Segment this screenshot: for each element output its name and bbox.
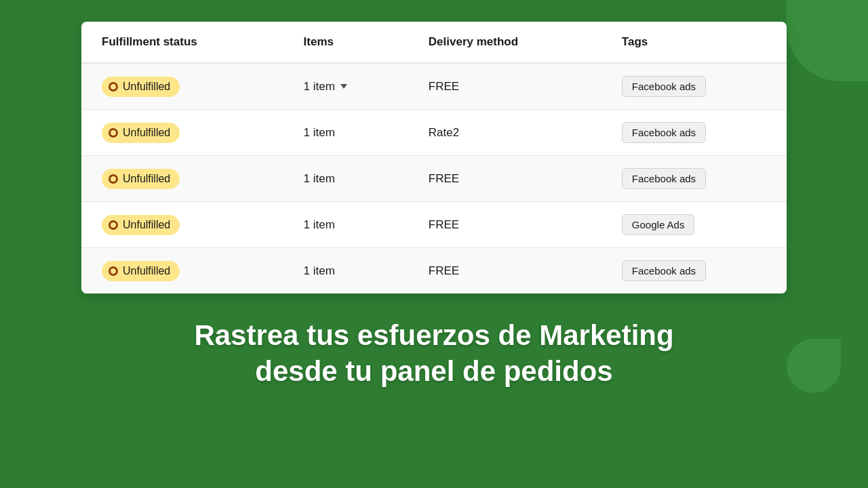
fulfillment-status-cell: Unfulfilled: [81, 202, 283, 248]
table-row: Unfulfilled 1 itemRate2Facebook ads: [81, 110, 787, 156]
items-with-dropdown: 1 item: [304, 80, 388, 94]
col-header-delivery-method: Delivery method: [408, 22, 601, 63]
delivery-method-value: FREE: [429, 218, 459, 231]
tag-badge[interactable]: Facebook ads: [622, 122, 706, 143]
tag-badge[interactable]: Google Ads: [622, 214, 695, 235]
fulfillment-status-cell: Unfulfilled: [81, 63, 283, 110]
delivery-method-cell: Rate2: [408, 110, 601, 156]
delivery-method-cell: FREE: [408, 202, 601, 248]
fulfillment-status-cell: Unfulfilled: [81, 110, 283, 156]
fulfillment-status-cell: Unfulfilled: [81, 248, 283, 294]
tags-cell: Facebook ads: [601, 63, 787, 110]
status-dot-icon: [108, 220, 118, 230]
delivery-method-value: FREE: [429, 80, 459, 93]
highlight-marketing: Marketing: [539, 319, 673, 351]
tags-cell: Facebook ads: [601, 110, 787, 156]
status-label: Unfulfilled: [123, 219, 170, 231]
status-dot-icon: [108, 128, 118, 138]
table-row: Unfulfilled 1 item FREEFacebook ads: [81, 63, 787, 110]
orders-table: Fulfillment status Items Delivery method…: [81, 22, 787, 293]
items-cell: 1 item: [283, 202, 408, 248]
items-count: 1 item: [304, 126, 335, 139]
table-header-row: Fulfillment status Items Delivery method…: [81, 22, 787, 63]
status-label: Unfulfilled: [123, 81, 170, 93]
items-count: 1 item: [304, 264, 335, 277]
delivery-method-value: FREE: [429, 264, 459, 277]
status-badge: Unfulfilled: [102, 123, 180, 143]
items-count: 1 item: [304, 172, 335, 185]
status-badge: Unfulfilled: [102, 215, 180, 235]
items-cell: 1 item: [283, 110, 408, 156]
status-badge: Unfulfilled: [102, 77, 180, 97]
status-label: Unfulfilled: [123, 127, 170, 139]
items-cell: 1 item: [283, 248, 408, 294]
col-header-items: Items: [283, 22, 408, 63]
delivery-method-cell: FREE: [408, 156, 601, 202]
dropdown-arrow-icon[interactable]: [340, 84, 347, 89]
bottom-line2: desde tu panel de pedidos: [194, 354, 673, 390]
status-label: Unfulfilled: [123, 173, 170, 185]
bottom-line1: Rastrea tus esfuerzos de Marketing: [194, 318, 673, 354]
bottom-text-block: Rastrea tus esfuerzos de Marketing desde…: [194, 318, 673, 389]
delivery-method-cell: FREE: [408, 248, 601, 294]
delivery-method-cell: FREE: [408, 63, 601, 110]
tags-cell: Facebook ads: [601, 248, 787, 294]
table-row: Unfulfilled 1 itemFREEGoogle Ads: [81, 202, 787, 248]
status-badge: Unfulfilled: [102, 261, 180, 281]
status-label: Unfulfilled: [123, 265, 170, 277]
orders-table-container: Fulfillment status Items Delivery method…: [81, 22, 787, 293]
status-dot-icon: [108, 266, 118, 276]
items-cell: 1 item: [283, 156, 408, 202]
col-header-fulfillment-status: Fulfillment status: [81, 22, 283, 63]
delivery-method-value: Rate2: [429, 126, 459, 139]
items-count: 1 item: [304, 218, 335, 231]
fulfillment-status-cell: Unfulfilled: [81, 156, 283, 202]
items-cell: 1 item: [283, 63, 408, 110]
tag-badge[interactable]: Facebook ads: [622, 168, 706, 189]
tags-cell: Google Ads: [601, 202, 787, 248]
table-row: Unfulfilled 1 itemFREEFacebook ads: [81, 156, 787, 202]
tags-cell: Facebook ads: [601, 156, 787, 202]
status-dot-icon: [108, 174, 118, 184]
delivery-method-value: FREE: [429, 172, 459, 185]
tag-badge[interactable]: Facebook ads: [622, 76, 706, 97]
status-dot-icon: [108, 82, 118, 92]
items-count: 1 item: [304, 80, 335, 94]
status-badge: Unfulfilled: [102, 169, 180, 189]
table-row: Unfulfilled 1 itemFREEFacebook ads: [81, 248, 787, 294]
col-header-tags: Tags: [601, 22, 787, 63]
tag-badge[interactable]: Facebook ads: [622, 260, 706, 281]
